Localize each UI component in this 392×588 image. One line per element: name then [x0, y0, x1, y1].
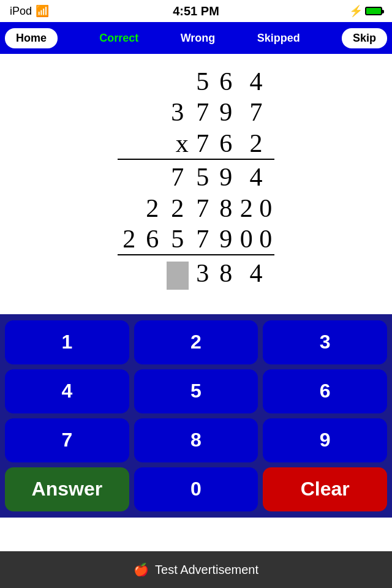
ad-bar: 🍎 Test Advertisement — [0, 551, 392, 588]
key-9[interactable]: 9 — [263, 418, 387, 462]
keypad: 1 2 3 4 5 6 7 8 9 Answer 0 Clear — [0, 314, 392, 518]
status-bar: iPod 📶 4:51 PM ⚡ — [0, 0, 392, 22]
nav-bar: Home Correct Wrong Skipped Skip — [0, 22, 392, 54]
battery-icon — [365, 7, 382, 15]
answer-row: 3 8 4 — [118, 257, 275, 289]
key-1[interactable]: 1 — [5, 320, 129, 364]
apple-icon: 🍎 — [134, 562, 149, 577]
key-2[interactable]: 2 — [134, 320, 258, 364]
problem-row-1: 5 6 4 — [118, 66, 275, 97]
wifi-icon: 📶 — [36, 4, 49, 18]
problem-row-2: 3 7 9 7 — [118, 97, 275, 127]
wrong-label: Wrong — [181, 32, 216, 45]
key-0[interactable]: 0 — [134, 467, 258, 511]
key-5[interactable]: 5 — [134, 369, 258, 413]
key-6[interactable]: 6 — [263, 369, 387, 413]
status-right: ⚡ — [349, 4, 382, 18]
key-3[interactable]: 3 — [263, 320, 387, 364]
answer-input-box — [167, 262, 189, 290]
lightning-icon: ⚡ — [349, 4, 363, 18]
home-button[interactable]: Home — [5, 28, 58, 48]
problem-row-3: x 7 6 2 — [118, 128, 275, 159]
problem-row-5: 2 2 7 8 2 0 — [118, 193, 275, 224]
spacer — [0, 296, 392, 314]
key-4[interactable]: 4 — [5, 369, 129, 413]
problem-row-4: 7 5 9 4 — [118, 162, 275, 192]
key-7[interactable]: 7 — [5, 418, 129, 462]
correct-label: Correct — [99, 32, 138, 45]
problem-area: 5 6 4 3 7 9 7 x 7 6 2 — [0, 54, 392, 296]
key-8[interactable]: 8 — [134, 418, 258, 462]
status-time: 4:51 PM — [173, 4, 219, 18]
math-problem: 5 6 4 3 7 9 7 x 7 6 2 — [118, 66, 275, 290]
skip-button[interactable]: Skip — [342, 28, 387, 48]
skipped-label: Skipped — [257, 32, 300, 45]
status-left: iPod 📶 — [10, 4, 49, 18]
clear-button[interactable]: Clear — [263, 467, 387, 511]
problem-row-6: 2 6 5 7 9 0 0 — [118, 224, 275, 255]
answer-button[interactable]: Answer — [5, 467, 129, 511]
carrier-label: iPod — [10, 5, 32, 18]
ad-text: Test Advertisement — [155, 563, 258, 577]
